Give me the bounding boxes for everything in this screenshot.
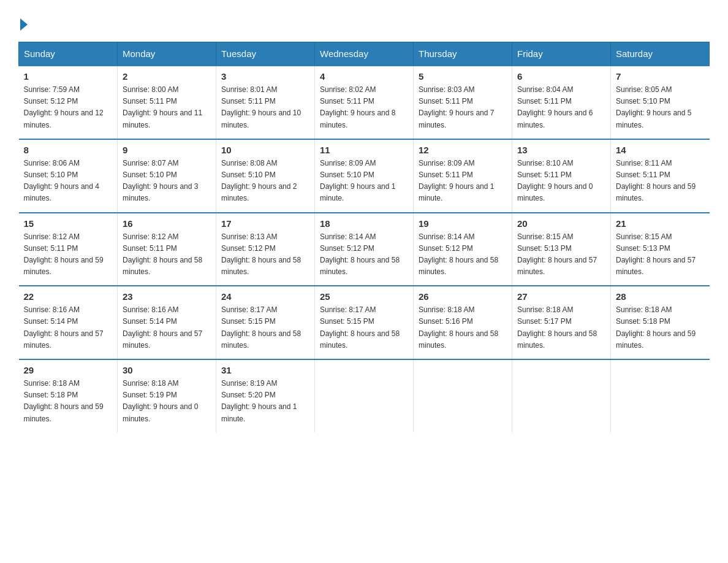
day-number: 30 <box>123 365 211 375</box>
day-cell: 4 Sunrise: 8:02 AMSunset: 5:11 PMDayligh… <box>315 66 414 139</box>
day-cell: 7 Sunrise: 8:05 AMSunset: 5:10 PMDayligh… <box>611 66 710 139</box>
header-cell-wednesday: Wednesday <box>315 42 414 66</box>
page-header <box>18 18 710 29</box>
day-cell: 17 Sunrise: 8:13 AMSunset: 5:12 PMDaylig… <box>216 213 315 286</box>
day-info: Sunrise: 8:16 AMSunset: 5:14 PMDaylight:… <box>123 304 211 351</box>
day-number: 14 <box>616 145 705 155</box>
day-number: 11 <box>320 145 408 155</box>
day-info: Sunrise: 8:08 AMSunset: 5:10 PMDaylight:… <box>221 158 309 205</box>
header-cell-tuesday: Tuesday <box>216 42 315 66</box>
day-info: Sunrise: 8:04 AMSunset: 5:11 PMDaylight:… <box>517 84 605 131</box>
header-row: SundayMondayTuesdayWednesdayThursdayFrid… <box>19 42 710 66</box>
day-info: Sunrise: 8:14 AMSunset: 5:12 PMDaylight:… <box>419 231 507 278</box>
day-info: Sunrise: 8:10 AMSunset: 5:11 PMDaylight:… <box>517 158 605 205</box>
day-info: Sunrise: 8:14 AMSunset: 5:12 PMDaylight:… <box>320 231 408 278</box>
day-cell: 19 Sunrise: 8:14 AMSunset: 5:12 PMDaylig… <box>414 213 512 286</box>
day-cell: 9 Sunrise: 8:07 AMSunset: 5:10 PMDayligh… <box>118 139 216 213</box>
day-cell: 3 Sunrise: 8:01 AMSunset: 5:11 PMDayligh… <box>216 66 315 139</box>
day-cell: 10 Sunrise: 8:08 AMSunset: 5:10 PMDaylig… <box>216 139 315 213</box>
day-info: Sunrise: 8:03 AMSunset: 5:11 PMDaylight:… <box>419 84 507 131</box>
day-cell: 22 Sunrise: 8:16 AMSunset: 5:14 PMDaylig… <box>19 286 118 359</box>
day-number: 9 <box>123 145 211 155</box>
day-cell <box>414 359 512 432</box>
day-cell: 15 Sunrise: 8:12 AMSunset: 5:11 PMDaylig… <box>19 213 118 286</box>
day-info: Sunrise: 8:18 AMSunset: 5:16 PMDaylight:… <box>419 304 507 351</box>
day-number: 4 <box>320 71 408 82</box>
day-info: Sunrise: 8:11 AMSunset: 5:11 PMDaylight:… <box>616 158 705 205</box>
day-cell <box>512 359 611 432</box>
day-info: Sunrise: 8:09 AMSunset: 5:11 PMDaylight:… <box>419 158 507 205</box>
day-number: 31 <box>221 365 309 375</box>
day-cell: 5 Sunrise: 8:03 AMSunset: 5:11 PMDayligh… <box>414 66 512 139</box>
day-info: Sunrise: 8:18 AMSunset: 5:17 PMDaylight:… <box>517 304 605 351</box>
header-cell-sunday: Sunday <box>19 42 118 66</box>
day-number: 27 <box>517 291 605 302</box>
day-info: Sunrise: 8:18 AMSunset: 5:18 PMDaylight:… <box>616 304 705 351</box>
day-number: 2 <box>123 71 211 82</box>
logo <box>18 18 28 29</box>
day-number: 18 <box>320 218 408 229</box>
day-cell: 25 Sunrise: 8:17 AMSunset: 5:15 PMDaylig… <box>315 286 414 359</box>
header-cell-friday: Friday <box>512 42 611 66</box>
calendar-table: SundayMondayTuesdayWednesdayThursdayFrid… <box>18 42 710 432</box>
day-info: Sunrise: 8:05 AMSunset: 5:10 PMDaylight:… <box>616 84 705 131</box>
day-info: Sunrise: 8:07 AMSunset: 5:10 PMDaylight:… <box>123 158 211 205</box>
day-number: 28 <box>616 291 705 302</box>
day-cell: 28 Sunrise: 8:18 AMSunset: 5:18 PMDaylig… <box>611 286 710 359</box>
day-info: Sunrise: 8:16 AMSunset: 5:14 PMDaylight:… <box>24 304 113 351</box>
day-number: 10 <box>221 145 309 155</box>
day-cell: 31 Sunrise: 8:19 AMSunset: 5:20 PMDaylig… <box>216 359 315 432</box>
day-info: Sunrise: 8:09 AMSunset: 5:10 PMDaylight:… <box>320 158 408 205</box>
day-cell: 16 Sunrise: 8:12 AMSunset: 5:11 PMDaylig… <box>118 213 216 286</box>
header-cell-saturday: Saturday <box>611 42 710 66</box>
day-number: 5 <box>419 71 507 82</box>
logo-general <box>18 18 28 32</box>
day-cell: 8 Sunrise: 8:06 AMSunset: 5:10 PMDayligh… <box>19 139 118 213</box>
week-row-2: 8 Sunrise: 8:06 AMSunset: 5:10 PMDayligh… <box>19 139 710 213</box>
day-cell: 30 Sunrise: 8:18 AMSunset: 5:19 PMDaylig… <box>118 359 216 432</box>
day-cell: 12 Sunrise: 8:09 AMSunset: 5:11 PMDaylig… <box>414 139 512 213</box>
day-cell: 20 Sunrise: 8:15 AMSunset: 5:13 PMDaylig… <box>512 213 611 286</box>
day-cell: 27 Sunrise: 8:18 AMSunset: 5:17 PMDaylig… <box>512 286 611 359</box>
day-cell: 11 Sunrise: 8:09 AMSunset: 5:10 PMDaylig… <box>315 139 414 213</box>
day-cell <box>611 359 710 432</box>
day-info: Sunrise: 8:15 AMSunset: 5:13 PMDaylight:… <box>517 231 605 278</box>
day-info: Sunrise: 8:15 AMSunset: 5:13 PMDaylight:… <box>616 231 705 278</box>
day-cell: 2 Sunrise: 8:00 AMSunset: 5:11 PMDayligh… <box>118 66 216 139</box>
day-cell: 6 Sunrise: 8:04 AMSunset: 5:11 PMDayligh… <box>512 66 611 139</box>
day-number: 22 <box>24 291 113 302</box>
header-cell-monday: Monday <box>118 42 216 66</box>
day-number: 25 <box>320 291 408 302</box>
day-info: Sunrise: 8:17 AMSunset: 5:15 PMDaylight:… <box>221 304 309 351</box>
logo-arrow-icon <box>20 18 28 31</box>
day-number: 21 <box>616 218 705 229</box>
day-info: Sunrise: 8:02 AMSunset: 5:11 PMDaylight:… <box>320 84 408 131</box>
day-cell: 26 Sunrise: 8:18 AMSunset: 5:16 PMDaylig… <box>414 286 512 359</box>
day-number: 12 <box>419 145 507 155</box>
day-number: 17 <box>221 218 309 229</box>
day-number: 8 <box>24 145 113 155</box>
day-info: Sunrise: 8:17 AMSunset: 5:15 PMDaylight:… <box>320 304 408 351</box>
header-cell-thursday: Thursday <box>414 42 512 66</box>
day-cell: 29 Sunrise: 8:18 AMSunset: 5:18 PMDaylig… <box>19 359 118 432</box>
day-info: Sunrise: 7:59 AMSunset: 5:12 PMDaylight:… <box>24 84 113 131</box>
day-cell: 13 Sunrise: 8:10 AMSunset: 5:11 PMDaylig… <box>512 139 611 213</box>
day-info: Sunrise: 8:12 AMSunset: 5:11 PMDaylight:… <box>123 231 211 278</box>
day-number: 23 <box>123 291 211 302</box>
calendar-body: 1 Sunrise: 7:59 AMSunset: 5:12 PMDayligh… <box>19 66 710 432</box>
day-number: 3 <box>221 71 309 82</box>
calendar-header: SundayMondayTuesdayWednesdayThursdayFrid… <box>19 42 710 66</box>
day-cell: 14 Sunrise: 8:11 AMSunset: 5:11 PMDaylig… <box>611 139 710 213</box>
day-info: Sunrise: 8:19 AMSunset: 5:20 PMDaylight:… <box>221 378 309 425</box>
day-number: 19 <box>419 218 507 229</box>
day-info: Sunrise: 8:18 AMSunset: 5:18 PMDaylight:… <box>24 378 113 425</box>
week-row-5: 29 Sunrise: 8:18 AMSunset: 5:18 PMDaylig… <box>19 359 710 432</box>
day-number: 1 <box>24 71 113 82</box>
day-number: 20 <box>517 218 605 229</box>
day-number: 7 <box>616 71 705 82</box>
day-number: 29 <box>24 365 113 375</box>
day-info: Sunrise: 8:00 AMSunset: 5:11 PMDaylight:… <box>123 84 211 131</box>
day-number: 16 <box>123 218 211 229</box>
day-cell: 24 Sunrise: 8:17 AMSunset: 5:15 PMDaylig… <box>216 286 315 359</box>
day-number: 24 <box>221 291 309 302</box>
